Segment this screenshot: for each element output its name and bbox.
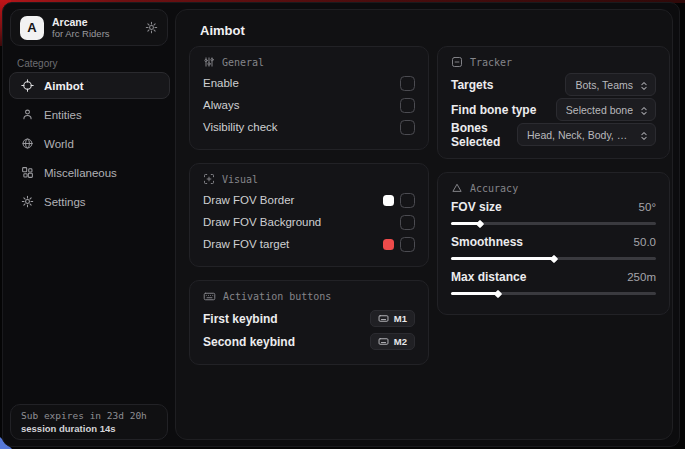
keybind-value: M2 — [394, 336, 407, 347]
select-value: Head, Neck, Body, Fe... — [527, 129, 633, 141]
chevron-updown-icon — [639, 78, 649, 90]
fov-target-color-swatch[interactable] — [383, 239, 394, 250]
setting-label: FOV size — [451, 200, 502, 214]
setting-label: First keybind — [203, 312, 278, 326]
activation-card-header: Activation buttons — [203, 290, 415, 303]
keyboard-icon — [203, 290, 216, 303]
sidebar: A Arcane for Arc Riders Category — [3, 3, 175, 446]
arcane-logo: A — [20, 16, 44, 40]
draw-fov-target-checkbox[interactable] — [400, 237, 415, 252]
triangle-icon — [451, 182, 463, 194]
brand-text: Arcane for Arc Riders — [52, 16, 110, 40]
category-label: Category — [17, 58, 58, 69]
chevron-updown-icon — [639, 128, 649, 140]
chevron-updown-icon — [639, 103, 649, 115]
general-card: General Enable Always Visibility check — [189, 46, 429, 150]
sidebar-item-label: World — [44, 138, 74, 150]
fov-border-color-swatch[interactable] — [383, 195, 394, 206]
setting-row-smoothness: Smoothness 50.0 — [451, 233, 656, 260]
sidebar-item-entities[interactable]: Entities — [9, 101, 170, 128]
activation-card: Activation buttons First keybind M1 — [189, 280, 429, 365]
draw-fov-background-checkbox[interactable] — [400, 215, 415, 230]
setting-label: Draw FOV Background — [203, 216, 321, 228]
setting-row-find-bone-type: Find bone type Selected bone — [451, 97, 656, 122]
visual-card-header: Visual — [203, 173, 415, 185]
slider-thumb[interactable] — [475, 219, 483, 227]
sliders-icon — [203, 56, 215, 68]
setting-label: Draw FOV target — [203, 238, 289, 250]
page-title: Aimbot — [200, 23, 245, 38]
sub-expiry-text: Sub expires in 23d 20h — [21, 410, 157, 421]
smoothness-slider[interactable] — [451, 257, 656, 260]
max-distance-value: 250m — [627, 271, 656, 283]
tracker-card-header: Tracker — [451, 56, 656, 68]
brand-card: A Arcane for Arc Riders — [10, 9, 168, 46]
setting-row-visibility-check: Visibility check — [203, 116, 415, 138]
setting-row-fov-size: FOV size 50° — [451, 198, 656, 225]
main-panel: Aimbot General Enable — [175, 9, 673, 440]
world-icon — [21, 137, 34, 150]
crosshair-icon — [21, 79, 34, 92]
second-keybind-button[interactable]: M2 — [370, 333, 415, 351]
slider-thumb[interactable] — [549, 254, 557, 262]
select-value: Bots, Teams — [575, 79, 633, 91]
activation-card-title: Activation buttons — [223, 291, 331, 302]
setting-row-targets: Targets Bots, Teams — [451, 72, 656, 97]
gear-icon[interactable] — [145, 21, 158, 34]
setting-label: Find bone type — [451, 103, 536, 117]
accuracy-card-header: Accuracy — [451, 182, 656, 194]
column-left: General Enable Always Visibility check — [189, 46, 429, 365]
fov-size-slider[interactable] — [451, 222, 656, 225]
slider-thumb[interactable] — [494, 289, 502, 297]
smoothness-value: 50.0 — [634, 236, 656, 248]
setting-row-enable: Enable — [203, 72, 415, 94]
keybind-value: M1 — [394, 313, 407, 324]
setting-label: Visibility check — [203, 121, 278, 133]
sidebar-nav: Aimbot Entities World — [9, 72, 170, 215]
tracker-card-title: Tracker — [470, 57, 512, 68]
slider-fill — [451, 222, 480, 225]
first-keybind-button[interactable]: M1 — [370, 310, 415, 328]
setting-label: Always — [203, 99, 239, 111]
setting-label: Bones Selected — [451, 121, 517, 149]
focus-icon — [203, 173, 215, 185]
entities-icon — [21, 108, 34, 121]
setting-label: Max distance — [451, 270, 526, 284]
setting-row-second-keybind: Second keybind M2 — [203, 330, 415, 353]
menu-window: A Arcane for Arc Riders Category — [2, 2, 680, 447]
slider-fill — [451, 292, 498, 295]
enable-checkbox[interactable] — [400, 76, 415, 91]
sidebar-item-settings[interactable]: Settings — [9, 188, 170, 215]
select-value: Selected bone — [566, 104, 633, 116]
setting-label: Draw FOV Border — [203, 194, 294, 206]
setting-row-max-distance: Max distance 250m — [451, 268, 656, 295]
sidebar-item-label: Entities — [44, 109, 82, 121]
sidebar-item-label: Miscellaneous — [44, 167, 117, 179]
sidebar-item-label: Aimbot — [44, 80, 84, 92]
setting-row-always: Always — [203, 94, 415, 116]
bones-selected-select[interactable]: Head, Neck, Body, Fe... — [517, 123, 656, 146]
keyboard-icon — [378, 313, 389, 325]
visual-card-title: Visual — [222, 174, 258, 185]
fov-size-value: 50° — [639, 201, 656, 213]
accuracy-card: Accuracy FOV size 50° Smoothne — [437, 172, 670, 315]
sidebar-item-aimbot[interactable]: Aimbot — [9, 72, 170, 99]
tracker-icon — [451, 56, 463, 68]
draw-fov-border-checkbox[interactable] — [400, 193, 415, 208]
setting-label: Smoothness — [451, 235, 523, 249]
setting-row-first-keybind: First keybind M1 — [203, 307, 415, 330]
visibility-check-checkbox[interactable] — [400, 120, 415, 135]
setting-row-draw-fov-border: Draw FOV Border — [203, 189, 415, 211]
sidebar-item-world[interactable]: World — [9, 130, 170, 157]
find-bone-type-select[interactable]: Selected bone — [556, 98, 656, 121]
keyboard-icon — [378, 336, 389, 348]
slider-fill — [451, 257, 554, 260]
general-card-title: General — [222, 57, 264, 68]
column-right: Tracker Targets Bots, Teams — [437, 46, 670, 315]
subscription-card: Sub expires in 23d 20h session duration … — [10, 404, 168, 440]
always-checkbox[interactable] — [400, 98, 415, 113]
general-card-header: General — [203, 56, 415, 68]
max-distance-slider[interactable] — [451, 292, 656, 295]
sidebar-item-miscellaneous[interactable]: Miscellaneous — [9, 159, 170, 186]
targets-select[interactable]: Bots, Teams — [565, 73, 656, 96]
